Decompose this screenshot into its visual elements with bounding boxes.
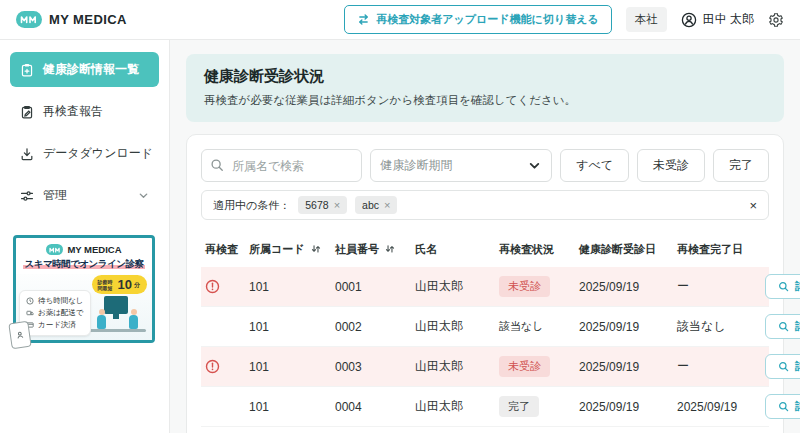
gear-icon[interactable] — [768, 12, 784, 28]
ad-monitor-graphic — [104, 296, 128, 314]
col-header-name: 氏名 — [411, 232, 495, 267]
sort-icon[interactable] — [311, 243, 321, 254]
detail-button[interactable]: 詳細 — [765, 274, 800, 299]
status-badge: 完了 — [499, 396, 539, 417]
detail-button[interactable]: 詳細 — [765, 314, 800, 339]
chevron-down-icon — [528, 159, 541, 172]
app-header: MY MEDICA 再検査対象者アップロード機能に切り替える 本社 田中 太郎 — [0, 0, 800, 40]
magnifier-icon — [778, 401, 789, 412]
recheck-alert-icon — [205, 359, 220, 374]
sidebar-item-label: 健康診断情報一覧 — [43, 61, 139, 78]
clear-conditions-icon[interactable]: × — [749, 199, 757, 212]
exam-period-select[interactable]: 健康診断期間 — [370, 149, 553, 182]
applied-conditions-label: 適用中の条件： — [213, 198, 290, 213]
ad-headline: スキマ時間でオンライン診察 — [16, 258, 152, 274]
sort-icon[interactable] — [385, 243, 395, 254]
filter-all-button[interactable]: すべて — [560, 149, 629, 182]
name-cell: 山田太郎 — [411, 347, 495, 387]
col-header-recheck-status: 再検査状況 — [495, 232, 575, 267]
name-cell: 山田太郎 — [411, 307, 495, 347]
detail-button-label: 詳細 — [795, 359, 800, 374]
my-medica-logo-icon — [16, 11, 42, 28]
ad-feature-list: 待ち時間なし お薬は配送で カード決済 — [19, 290, 91, 336]
exam-period-placeholder: 健康診断期間 — [381, 157, 453, 174]
search-icon — [210, 158, 224, 172]
status-badge: 該当なし — [499, 316, 544, 337]
employee-no-cell: 0004 — [331, 387, 411, 427]
delivery-icon — [26, 309, 34, 317]
magnifier-icon — [778, 281, 789, 292]
chip-remove-icon[interactable]: × — [334, 199, 340, 211]
filter-completed-button[interactable]: 完了 — [713, 149, 769, 182]
clipboard-plus-icon — [20, 63, 34, 77]
sidebar-item-data-download[interactable]: データダウンロード — [10, 136, 159, 171]
ad-logo-icon — [46, 244, 63, 255]
detail-button[interactable]: 詳細 — [765, 394, 800, 419]
recheck-flag-cell — [201, 347, 245, 387]
status-badge: 未受診 — [499, 356, 550, 377]
ad-desk-graphic — [84, 329, 146, 332]
office-badge: 本社 — [626, 7, 667, 32]
employee-no-cell: 0002 — [331, 307, 411, 347]
filter-not-examined-button[interactable]: 未受診 — [637, 149, 705, 182]
detail-button-label: 詳細 — [795, 279, 800, 294]
employee-no-cell: 0003 — [331, 347, 411, 387]
user-menu[interactable]: 田中 太郎 — [681, 11, 754, 28]
sidebar-item-label: 管理 — [43, 187, 67, 204]
user-name: 田中 太郎 — [703, 11, 754, 28]
sidebar-item-label: データダウンロード — [43, 145, 153, 162]
table-row: 101 0003 山田太郎 未受診 2025/09/19 ー 詳細 — [201, 347, 769, 387]
dept-code-cell: 101 — [245, 307, 331, 347]
app-logo: MY MEDICA — [16, 11, 127, 28]
search-input[interactable] — [201, 149, 362, 182]
switch-upload-mode-button[interactable]: 再検査対象者アップロード機能に切り替える — [344, 5, 611, 34]
logo-text: MY MEDICA — [49, 12, 127, 27]
detail-button-label: 詳細 — [795, 319, 800, 334]
detail-button[interactable]: 詳細 — [765, 354, 800, 379]
condition-chip: abc × — [355, 196, 397, 214]
status-badge: 未受診 — [499, 276, 550, 297]
complete-date-cell: ー — [673, 267, 761, 307]
sidebar-item-recheck-report[interactable]: 再検査報告 — [10, 94, 159, 129]
condition-chip: 5678 × — [298, 196, 347, 214]
exam-date-cell: 2025/09/19 — [575, 307, 673, 347]
dept-code-cell: 101 — [245, 347, 331, 387]
table-body: 101 0001 山田太郎 未受診 2025/09/19 ー 詳細 — [201, 267, 769, 427]
ad-phone-graphic — [8, 321, 31, 350]
page-title: 健康診断受診状況 — [204, 67, 766, 86]
exam-date-cell: 2025/09/19 — [575, 387, 673, 427]
recheck-flag-cell — [201, 387, 245, 427]
sidebar: 健康診断情報一覧 再検査報告 データダウンロード — [0, 40, 170, 433]
main-content: 健康診断受診状況 再検査が必要な従業員は詳細ボタンから検査項目を確認してください… — [170, 40, 800, 433]
ad-feature-item: 待ち時間なし — [26, 295, 84, 307]
table-row: 101 0004 山田太郎 完了 2025/09/19 2025/09/19 詳… — [201, 387, 769, 427]
complete-date-cell: 該当なし — [673, 307, 761, 347]
sidebar-item-admin[interactable]: 管理 — [10, 178, 159, 213]
page-banner: 健康診断受診状況 再検査が必要な従業員は詳細ボタンから検査項目を確認してください… — [186, 54, 784, 122]
switch-button-label: 再検査対象者アップロード機能に切り替える — [376, 12, 598, 27]
ad-illustration: 診察時間最短 10 分 待ち時間なし — [16, 274, 152, 340]
exam-date-cell: 2025/09/19 — [575, 267, 673, 307]
dept-code-cell: 101 — [245, 387, 331, 427]
clock-icon — [26, 297, 34, 305]
ad-person-graphic — [129, 315, 138, 329]
chevron-down-icon — [138, 190, 149, 201]
dept-code-cell: 101 — [245, 267, 331, 307]
col-header-complete-date: 再検査完了日 — [673, 232, 761, 267]
applied-conditions-bar: 適用中の条件： 5678 × abc × × — [201, 190, 769, 220]
chip-remove-icon[interactable]: × — [384, 199, 390, 211]
ad-logo-text: MY MEDICA — [67, 244, 121, 255]
col-header-actions — [761, 232, 769, 267]
sidebar-item-label: 再検査報告 — [43, 103, 103, 120]
name-cell: 山田太郎 — [411, 267, 495, 307]
col-header-dept-code[interactable]: 所属コード — [245, 232, 331, 267]
results-card: 健康診断期間 すべて 未受診 完了 適用中の条件： 5678 × abc — [186, 134, 784, 433]
exam-date-cell: 2025/09/19 — [575, 347, 673, 387]
download-icon — [20, 147, 34, 161]
sidebar-item-health-check-list[interactable]: 健康診断情報一覧 — [10, 52, 159, 87]
results-table: 再検査 所属コード 社員番号 — [201, 232, 769, 427]
col-header-employee-no[interactable]: 社員番号 — [331, 232, 411, 267]
online-clinic-ad-banner[interactable]: MY MEDICA スキマ時間でオンライン診察 診察時間最短 10 分 — [13, 235, 155, 343]
name-cell: 山田太郎 — [411, 387, 495, 427]
employee-no-cell: 0001 — [331, 267, 411, 307]
